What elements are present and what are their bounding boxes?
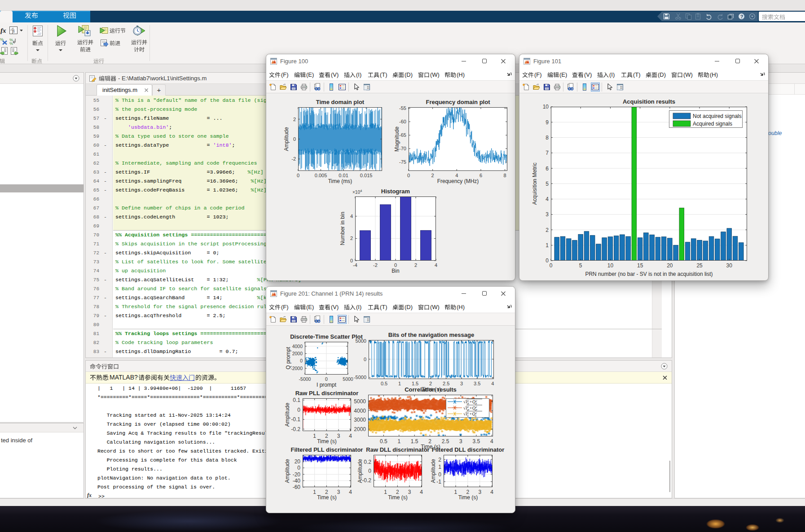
menu-insert[interactable]: (I) bbox=[344, 71, 361, 79]
dock-figure-icon[interactable] bbox=[760, 72, 765, 77]
selected-file-row[interactable] bbox=[0, 184, 84, 192]
editor-code-line[interactable]: settings.skipAcquisition = 0; bbox=[115, 249, 219, 257]
property-inspector-icon[interactable] bbox=[616, 83, 624, 91]
copy-icon[interactable] bbox=[685, 13, 692, 20]
menu-help[interactable]: (H) bbox=[444, 71, 465, 79]
editor-code-line[interactable]: settings.dataType = 'int8'; bbox=[115, 141, 235, 150]
print-figure-icon[interactable] bbox=[300, 83, 308, 91]
console-scrollbar-thumb[interactable] bbox=[669, 461, 670, 492]
indent-left-icon[interactable] bbox=[0, 47, 9, 56]
advance-button[interactable] bbox=[100, 39, 128, 49]
new-file-icon[interactable] bbox=[269, 315, 277, 323]
tab-view[interactable] bbox=[63, 11, 76, 22]
insert-legend-icon[interactable] bbox=[591, 83, 599, 91]
insert-colorbar-icon[interactable] bbox=[327, 83, 335, 91]
menu-desktop[interactable]: (D) bbox=[392, 303, 413, 311]
search-doc-box[interactable] bbox=[759, 12, 805, 21]
figure-titlebar[interactable]: Figure 101 bbox=[519, 54, 768, 68]
editor-code-line[interactable]: settings.fileName = ... bbox=[115, 114, 222, 123]
minimize-button[interactable] bbox=[707, 54, 727, 68]
new-file-icon[interactable] bbox=[269, 83, 277, 91]
menu-tools[interactable]: (T) bbox=[621, 71, 641, 79]
editor-code-line[interactable]: % Threshold for the signal presence deci… bbox=[115, 302, 270, 311]
maximize-button[interactable] bbox=[728, 54, 748, 68]
panel-menu-icon[interactable] bbox=[73, 75, 79, 82]
print-figure-icon[interactable] bbox=[553, 83, 561, 91]
menu-view[interactable]: (V) bbox=[319, 303, 339, 311]
insert-colorbar-icon[interactable] bbox=[327, 315, 335, 323]
editor-code-line[interactable]: settings.dllDampingRatio = 0.7; bbox=[115, 347, 238, 356]
fx-prompt-icon[interactable]: fx bbox=[87, 491, 96, 498]
help-icon[interactable]: ? bbox=[738, 13, 745, 20]
fx-icon[interactable]: fx bbox=[0, 26, 9, 35]
save-figure-icon[interactable] bbox=[290, 83, 298, 91]
link-plot-icon[interactable] bbox=[313, 83, 321, 91]
run-button[interactable] bbox=[50, 24, 71, 57]
menu-file[interactable]: (F) bbox=[269, 303, 289, 311]
editor-code-line[interactable]: settings.acqSearchBand = 14; %[kHz] bbox=[115, 293, 276, 302]
pointer-icon[interactable] bbox=[352, 315, 361, 323]
window-layout-icon[interactable] bbox=[727, 13, 735, 20]
figure-plot-area[interactable]: 051015202530012345678910Acquisition resu… bbox=[519, 93, 768, 280]
open-file-icon[interactable] bbox=[279, 315, 287, 323]
editor-code-line[interactable]: % the post-processing mode bbox=[115, 105, 197, 114]
close-button[interactable] bbox=[493, 287, 513, 301]
close-button[interactable] bbox=[747, 54, 766, 68]
maximize-button[interactable] bbox=[475, 54, 494, 68]
menu-help[interactable]: (H) bbox=[444, 303, 465, 311]
menu-file[interactable]: (F) bbox=[269, 71, 289, 79]
dock-figure-icon[interactable] bbox=[506, 72, 512, 77]
cut-icon[interactable] bbox=[674, 13, 682, 20]
chart-legend[interactable]: Not acquired signalsAcquired signals bbox=[669, 111, 743, 128]
editor-code-line[interactable]: settings.IF =3.996e6; %[Hz] bbox=[115, 168, 264, 177]
tab-initsettings[interactable]: initSettings.m bbox=[97, 84, 152, 96]
editor-code-line[interactable]: 'usbdata.bin'; bbox=[115, 123, 172, 132]
collapse-chevron-icon[interactable] bbox=[72, 425, 78, 431]
minimize-button[interactable] bbox=[454, 287, 474, 301]
menu-edit[interactable]: (E) bbox=[294, 303, 314, 311]
menu-desktop[interactable]: (D) bbox=[392, 71, 413, 79]
save-icon[interactable] bbox=[663, 13, 670, 20]
insert-colorbar-icon[interactable] bbox=[581, 83, 589, 91]
editor-code-line[interactable]: settings.codeFreqBasis = 1.023e6; %[Hz] bbox=[115, 186, 267, 195]
menu-tools[interactable]: (T) bbox=[368, 303, 387, 311]
editor-code-line[interactable]: % Define number of chips in a code perio… bbox=[115, 204, 245, 213]
menu-tools[interactable]: (T) bbox=[368, 71, 387, 79]
tab-editor-active-stub[interactable] bbox=[0, 11, 13, 22]
qab-dropdown-icon[interactable] bbox=[749, 13, 757, 21]
run-advance-button[interactable] bbox=[73, 24, 98, 57]
undo-icon[interactable] bbox=[705, 13, 713, 20]
chart-legend-math[interactable]: √I2E+Q2E√I2P+Q2P√I2L+Q2L bbox=[446, 399, 489, 418]
figure-plot-area[interactable]: 00.0050.010.015-202Time domain plotTime … bbox=[266, 93, 515, 280]
fi-icon[interactable]: fi bbox=[9, 26, 22, 35]
menu-edit[interactable]: (E) bbox=[294, 71, 314, 79]
insert-legend-icon[interactable] bbox=[338, 83, 346, 91]
menu-file[interactable]: (F) bbox=[522, 71, 542, 79]
panel-menu-icon[interactable] bbox=[661, 363, 668, 370]
print-figure-icon[interactable] bbox=[300, 315, 308, 323]
maximize-button[interactable] bbox=[475, 287, 494, 301]
editor-code-line[interactable]: settings.codeLength = 1023; bbox=[115, 213, 229, 222]
quick-start-link[interactable] bbox=[170, 373, 195, 381]
menu-window[interactable]: (W) bbox=[671, 71, 693, 79]
editor-code-line[interactable]: % Data type used to store one sample bbox=[115, 132, 229, 141]
property-inspector-icon[interactable] bbox=[363, 83, 371, 91]
minimize-button[interactable] bbox=[454, 54, 474, 68]
menu-view[interactable]: (V) bbox=[319, 71, 339, 79]
comment-remove-icon[interactable]: % bbox=[0, 37, 9, 46]
link-plot-icon[interactable] bbox=[567, 83, 575, 91]
save-figure-icon[interactable] bbox=[290, 315, 298, 323]
editor-code-line[interactable]: settings.samplingFreq =16.369e6; %[Hz] bbox=[115, 177, 267, 186]
current-folder-header[interactable] bbox=[0, 73, 84, 84]
pointer-icon[interactable] bbox=[352, 83, 361, 91]
paste-icon[interactable] bbox=[694, 13, 702, 20]
pointer-icon[interactable] bbox=[606, 83, 614, 91]
open-file-icon[interactable] bbox=[279, 83, 287, 91]
editor-code-line[interactable]: % Intermediate, sampling and code freque… bbox=[115, 159, 257, 168]
run-section-button[interactable] bbox=[100, 26, 128, 37]
figure-titlebar[interactable]: Figure 100 bbox=[266, 54, 515, 68]
open-file-icon[interactable] bbox=[532, 83, 541, 91]
property-inspector-icon[interactable] bbox=[363, 315, 371, 323]
menu-window[interactable]: (W) bbox=[418, 303, 440, 311]
figure-titlebar[interactable]: Figure 201: Channel 1 (PRN 14) results bbox=[266, 287, 515, 301]
